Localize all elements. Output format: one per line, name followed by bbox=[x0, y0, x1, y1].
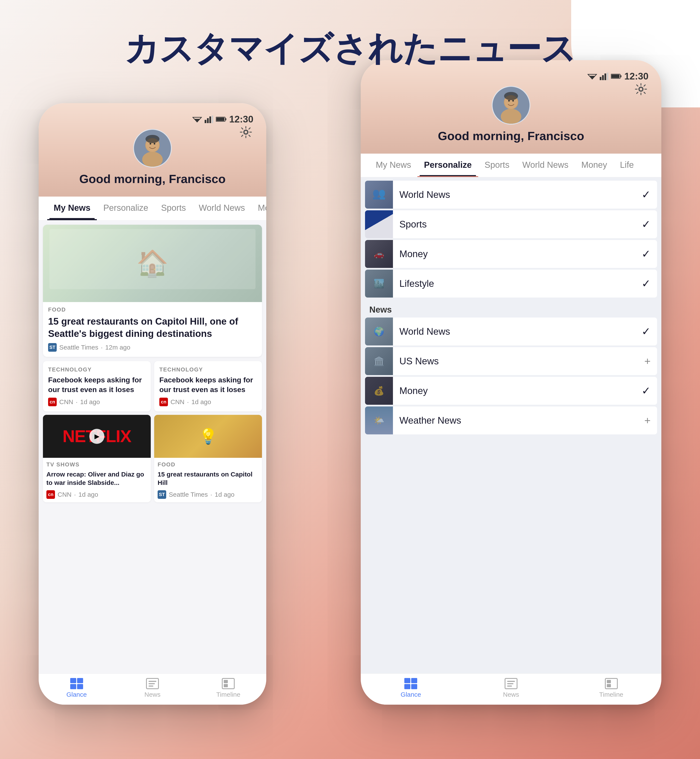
svg-rect-25 bbox=[620, 75, 622, 77]
hero-source-left: ST Seattle Times · 12m ago bbox=[48, 343, 257, 352]
bottom-nav-glance-left[interactable]: Glance bbox=[39, 678, 114, 698]
svg-rect-5 bbox=[212, 116, 213, 123]
avatar-left bbox=[133, 129, 172, 167]
netflix-image: NETFLIX ▶ bbox=[43, 415, 151, 458]
news-topic-us-news[interactable]: 🏛️ US News + bbox=[365, 347, 657, 375]
news-topic-thumb-weather: 🌤️ bbox=[365, 407, 393, 434]
bottom-nav-left: Glance News Timeline bbox=[39, 673, 266, 705]
topic-name-world-news: World News bbox=[393, 189, 635, 200]
news-card-0[interactable]: TECHNOLOGY Facebook keeps asking for our… bbox=[43, 361, 151, 411]
card1-category: TECHNOLOGY bbox=[159, 366, 257, 373]
bottom-nav-glance-right[interactable]: Glance bbox=[361, 678, 461, 698]
news-card-2[interactable]: NETFLIX ▶ TV SHOWS Arrow recap: Oliver a… bbox=[43, 415, 151, 502]
tab-sports-right[interactable]: Sports bbox=[478, 153, 516, 177]
tab-personalize-right[interactable]: Personalize bbox=[417, 153, 478, 177]
svg-point-11 bbox=[142, 152, 163, 167]
card1-title: Facebook keeps asking for our trust even… bbox=[159, 375, 257, 394]
timeline-label-left: Timeline bbox=[216, 691, 240, 698]
svg-rect-23 bbox=[607, 73, 608, 80]
phone-left-header: 12:30 bbox=[39, 103, 266, 197]
card1-logo: cn bbox=[159, 397, 168, 406]
settings-icon-left[interactable] bbox=[238, 125, 253, 140]
svg-point-35 bbox=[639, 88, 643, 91]
topic-sports[interactable]: Sports ✓ bbox=[365, 210, 657, 238]
phone-right-header: 12:30 bbox=[361, 60, 661, 153]
topic-name-sports: Sports bbox=[393, 219, 635, 230]
source-logo-left: ST bbox=[48, 343, 57, 352]
bottom-nav-news-right[interactable]: News bbox=[461, 678, 561, 698]
signal-bars-icon bbox=[205, 116, 213, 123]
wifi-icon bbox=[192, 116, 202, 123]
greeting-right: Good morning, Francisco bbox=[438, 129, 584, 143]
timeline-nav-icon-right bbox=[605, 678, 618, 689]
card3-source: ST Seattle Times · 1d ago bbox=[158, 490, 259, 499]
card0-category: TECHNOLOGY bbox=[48, 366, 145, 373]
topic-check-money: ✓ bbox=[635, 248, 657, 260]
hero-source-name-left: Seattle Times bbox=[59, 344, 98, 351]
card3-content: FOOD 15 great restaurants on Capitol Hil… bbox=[154, 458, 262, 502]
card3-logo: ST bbox=[158, 490, 166, 499]
glance-icon-left bbox=[70, 678, 83, 689]
tab-world-news-right[interactable]: World News bbox=[516, 153, 575, 177]
svg-point-33 bbox=[504, 92, 518, 100]
status-bar-right: 12:30 bbox=[373, 71, 648, 86]
topic-world-news[interactable]: 👥 World News ✓ bbox=[365, 181, 657, 208]
news-topic-world-news[interactable]: 🌍 World News ✓ bbox=[365, 318, 657, 346]
status-bar-left: 12:30 bbox=[52, 114, 253, 129]
svg-point-15 bbox=[145, 135, 159, 143]
tab-world-news-left[interactable]: World News bbox=[192, 197, 252, 220]
news-topic-name-world-news: World News bbox=[393, 326, 635, 337]
hero-article-left[interactable]: FOOD 15 great restaurants on Capitol Hil… bbox=[43, 225, 262, 357]
topic-thumb-lifestyle: 🏙️ bbox=[365, 270, 393, 297]
topic-money[interactable]: 🚗 Money ✓ bbox=[365, 240, 657, 268]
svg-point-32 bbox=[512, 100, 514, 102]
tab-my-news-right[interactable]: My News bbox=[369, 153, 417, 177]
news-topic-add-weather[interactable]: + bbox=[638, 414, 657, 427]
topic-lifestyle[interactable]: 🏙️ Lifestyle ✓ bbox=[365, 270, 657, 297]
play-button[interactable]: ▶ bbox=[89, 429, 104, 444]
card3-category: FOOD bbox=[158, 461, 259, 468]
tab-my-news-left[interactable]: My News bbox=[47, 197, 97, 220]
news-topic-thumb-money: 💰 bbox=[365, 377, 393, 405]
glance-label-right: Glance bbox=[401, 691, 421, 698]
bottom-nav-timeline-left[interactable]: Timeline bbox=[191, 678, 266, 698]
tab-sports-left[interactable]: Sports bbox=[155, 197, 192, 220]
card0-logo: cn bbox=[48, 397, 57, 406]
settings-icon-right[interactable] bbox=[633, 81, 648, 97]
status-time-right: 12:30 bbox=[624, 71, 648, 81]
bottom-nav-timeline-right[interactable]: Timeline bbox=[561, 678, 661, 698]
svg-point-17 bbox=[244, 130, 248, 134]
tab-life-right[interactable]: Life bbox=[614, 153, 640, 177]
news-card-3[interactable]: 💡 FOOD 15 great restaurants on Capitol H… bbox=[154, 415, 262, 502]
news-label-right: News bbox=[503, 691, 519, 698]
tab-money-left[interactable]: Money bbox=[252, 197, 266, 220]
news-topic-check-money: ✓ bbox=[635, 385, 657, 397]
card2-content: TV SHOWS Arrow recap: Oliver and Diaz go… bbox=[43, 458, 151, 502]
topic-check-lifestyle: ✓ bbox=[635, 277, 657, 290]
hero-content-left: FOOD 15 great restaurants on Capitol Hil… bbox=[43, 302, 262, 357]
news-section-header: News bbox=[361, 298, 661, 317]
page-title: カスタマイズされたニュース bbox=[124, 26, 576, 72]
timeline-label-right: Timeline bbox=[599, 691, 623, 698]
tab-money-right[interactable]: Money bbox=[575, 153, 614, 177]
news-topic-add-us-news[interactable]: + bbox=[638, 355, 657, 367]
phone-left: 12:30 bbox=[39, 103, 266, 705]
news-nav-icon-left bbox=[146, 678, 159, 689]
battery-icon bbox=[216, 116, 227, 122]
svg-point-14 bbox=[154, 143, 155, 145]
hero-time-ago-left: 12m ago bbox=[105, 344, 130, 351]
svg-rect-7 bbox=[225, 118, 226, 120]
tab-personalize-left[interactable]: Personalize bbox=[97, 197, 155, 220]
svg-point-31 bbox=[508, 100, 510, 102]
news-topic-name-money: Money bbox=[393, 385, 635, 396]
phone-right: 12:30 bbox=[361, 60, 661, 705]
svg-rect-2 bbox=[205, 120, 206, 123]
news-card-1[interactable]: TECHNOLOGY Facebook keeps asking for our… bbox=[154, 361, 262, 411]
bottom-nav-news-left[interactable]: News bbox=[114, 678, 190, 698]
news-topic-weather[interactable]: 🌤️ Weather News + bbox=[365, 407, 657, 434]
signal-bars-right bbox=[600, 73, 608, 80]
news-topic-money[interactable]: 💰 Money ✓ bbox=[365, 377, 657, 405]
topic-name-lifestyle: Lifestyle bbox=[393, 278, 635, 289]
hero-title-left: 15 great restaurants on Capitol Hill, on… bbox=[48, 315, 257, 340]
hero-time-left: · bbox=[101, 344, 103, 351]
